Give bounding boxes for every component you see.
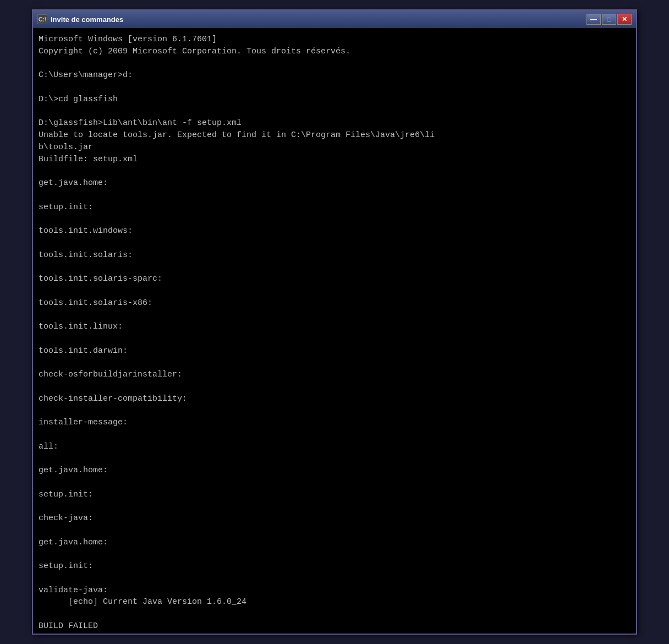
terminal-body[interactable]: Microsoft Windows [version 6.1.7601] Cop… [33,28,636,634]
cmd-window: C:\ Invite de commandes — □ ✕ Microsoft … [32,9,637,635]
window-title: Invite de commandes [51,15,586,24]
title-bar: C:\ Invite de commandes — □ ✕ [33,10,636,28]
window-icon: C:\ [37,14,47,24]
window-controls: — □ ✕ [586,14,632,25]
terminal-output: Microsoft Windows [version 6.1.7601] Cop… [39,34,630,634]
maximize-button[interactable]: □ [602,14,616,25]
close-button[interactable]: ✕ [617,14,632,25]
minimize-button[interactable]: — [586,14,601,25]
